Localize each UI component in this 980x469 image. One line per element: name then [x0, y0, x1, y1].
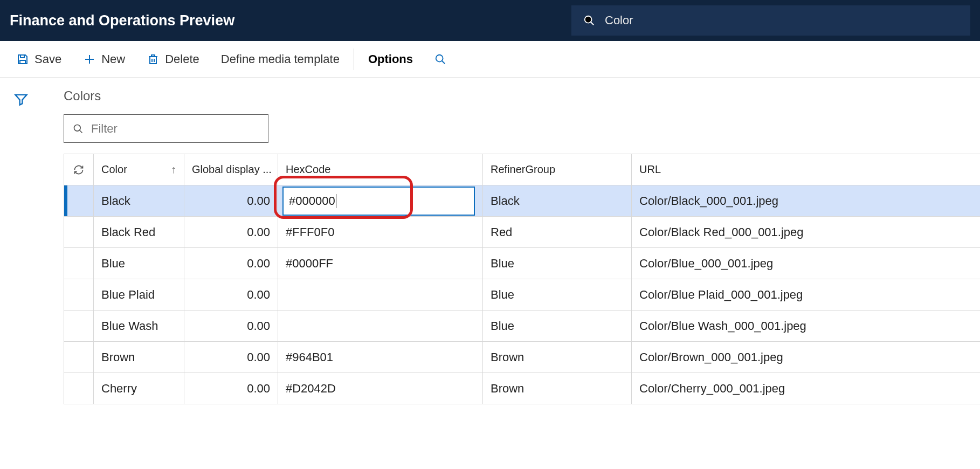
toolbar-search-button[interactable]: [424, 48, 457, 71]
cell-global-display[interactable]: 0.00: [184, 373, 278, 404]
options-label: Options: [368, 52, 413, 66]
delete-button[interactable]: Delete: [136, 47, 210, 72]
cell-url[interactable]: Color/Black Red_000_001.jpeg: [632, 217, 980, 247]
filter-pane-toggle[interactable]: [0, 78, 42, 404]
row-marker[interactable]: [64, 311, 94, 341]
cell-hexcode[interactable]: #964B01: [278, 342, 483, 373]
search-icon: [583, 15, 595, 26]
table-row[interactable]: Blue Plaid0.00BlueColor/Blue Plaid_000_0…: [64, 279, 980, 311]
cell-refiner[interactable]: Blue: [483, 248, 632, 279]
table-row[interactable]: Cherry0.00#D2042DBrownColor/Cherry_000_0…: [64, 373, 980, 404]
table-row[interactable]: Black Red0.00#FFF0F0RedColor/Black Red_0…: [64, 217, 980, 248]
cell-refiner[interactable]: Blue: [483, 311, 632, 341]
table-row[interactable]: Blue Wash0.00BlueColor/Blue Wash_000_001…: [64, 311, 980, 342]
svg-line-1: [591, 22, 594, 25]
define-media-template-button[interactable]: Define media template: [210, 47, 350, 72]
cell-hexcode[interactable]: [278, 311, 483, 341]
cell-global-display[interactable]: 0.00: [184, 217, 278, 247]
col-gdo-label: Global display ...: [192, 163, 272, 176]
table-row[interactable]: Brown0.00#964B01BrownColor/Brown_000_001…: [64, 342, 980, 373]
options-button[interactable]: Options: [357, 47, 424, 72]
grid-header: Color ↑ Global display ... HexCode Refin…: [64, 154, 980, 185]
col-global-display[interactable]: Global display ...: [184, 154, 278, 185]
funnel-icon: [13, 92, 29, 107]
col-color-label: Color: [101, 163, 127, 176]
cell-refiner[interactable]: Brown: [483, 342, 632, 373]
cell-hexcode[interactable]: #FFF0F0: [278, 217, 483, 247]
cell-color[interactable]: Black Red: [94, 217, 184, 247]
save-label: Save: [34, 52, 61, 66]
define-label: Define media template: [221, 52, 340, 66]
save-icon: [16, 53, 29, 66]
col-refiner[interactable]: RefinerGroup: [483, 154, 632, 185]
cell-refiner[interactable]: Blue: [483, 279, 632, 310]
refresh-button[interactable]: [64, 154, 94, 185]
cell-global-display[interactable]: 0.00: [184, 279, 278, 310]
svg-point-8: [74, 125, 81, 131]
row-marker[interactable]: [64, 217, 94, 247]
row-marker[interactable]: [64, 373, 94, 404]
cell-url[interactable]: Color/Blue Wash_000_001.jpeg: [632, 311, 980, 341]
search-icon: [434, 53, 446, 65]
search-box[interactable]: Color: [571, 5, 970, 36]
row-marker[interactable]: [64, 342, 94, 373]
cell-color[interactable]: Brown: [94, 342, 184, 373]
new-label: New: [101, 52, 125, 66]
cell-url[interactable]: Color/Cherry_000_001.jpeg: [632, 373, 980, 404]
cell-color[interactable]: Black: [94, 185, 184, 216]
cell-url[interactable]: Color/Blue Plaid_000_001.jpeg: [632, 279, 980, 310]
cell-global-display[interactable]: 0.00: [184, 185, 278, 216]
plus-icon: [83, 53, 96, 66]
toolbar: Save New Delete Define media template Op…: [0, 41, 980, 78]
col-refiner-label: RefinerGroup: [491, 163, 555, 176]
col-url-label: URL: [639, 163, 661, 176]
row-marker[interactable]: [64, 248, 94, 279]
save-button[interactable]: Save: [5, 47, 72, 72]
svg-point-0: [585, 16, 592, 23]
cell-global-display[interactable]: 0.00: [184, 342, 278, 373]
col-hex[interactable]: HexCode: [278, 154, 483, 185]
cell-url[interactable]: Color/Brown_000_001.jpeg: [632, 342, 980, 373]
cell-url[interactable]: Color/Black_000_001.jpeg: [632, 185, 980, 216]
search-value: Color: [605, 13, 633, 27]
cell-color[interactable]: Blue Plaid: [94, 279, 184, 310]
cell-refiner[interactable]: Brown: [483, 373, 632, 404]
col-color[interactable]: Color ↑: [94, 154, 184, 185]
row-marker[interactable]: [64, 279, 94, 310]
svg-point-6: [436, 54, 443, 61]
svg-line-9: [80, 130, 82, 133]
refresh-icon: [73, 164, 84, 175]
cell-url[interactable]: Color/Blue_000_001.jpeg: [632, 248, 980, 279]
toolbar-separator: [354, 49, 354, 70]
app-title: Finance and Operations Preview: [10, 12, 234, 29]
table-row[interactable]: Blue0.00#0000FFBlueColor/Blue_000_001.jp…: [64, 248, 980, 279]
delete-label: Delete: [165, 52, 199, 66]
cell-color[interactable]: Blue: [94, 248, 184, 279]
row-marker[interactable]: [64, 185, 94, 216]
cell-global-display[interactable]: 0.00: [184, 248, 278, 279]
cell-color[interactable]: Cherry: [94, 373, 184, 404]
new-button[interactable]: New: [72, 47, 136, 72]
trash-icon: [147, 53, 160, 66]
cell-refiner[interactable]: Black: [483, 185, 632, 216]
svg-line-7: [442, 60, 445, 64]
titlebar: Finance and Operations Preview Color: [0, 0, 980, 41]
cell-global-display[interactable]: 0.00: [184, 311, 278, 341]
cell-hexcode[interactable]: #000000: [278, 185, 483, 216]
search-icon: [73, 123, 84, 134]
cell-hexcode[interactable]: #D2042D: [278, 373, 483, 404]
cell-hexcode[interactable]: [278, 279, 483, 310]
page-heading: Colors: [64, 88, 980, 104]
cell-refiner[interactable]: Red: [483, 217, 632, 247]
col-url[interactable]: URL: [632, 154, 980, 185]
colors-grid: Color ↑ Global display ... HexCode Refin…: [64, 154, 980, 404]
cell-hexcode[interactable]: #0000FF: [278, 248, 483, 279]
sort-asc-icon: ↑: [171, 163, 176, 176]
table-row[interactable]: Black0.00#000000BlackColor/Black_000_001…: [64, 185, 980, 217]
hexcode-input[interactable]: #000000: [282, 187, 475, 216]
grid-filter-input[interactable]: Filter: [64, 114, 268, 143]
cell-color[interactable]: Blue Wash: [94, 311, 184, 341]
col-hex-label: HexCode: [286, 163, 330, 176]
filter-placeholder: Filter: [91, 122, 118, 136]
